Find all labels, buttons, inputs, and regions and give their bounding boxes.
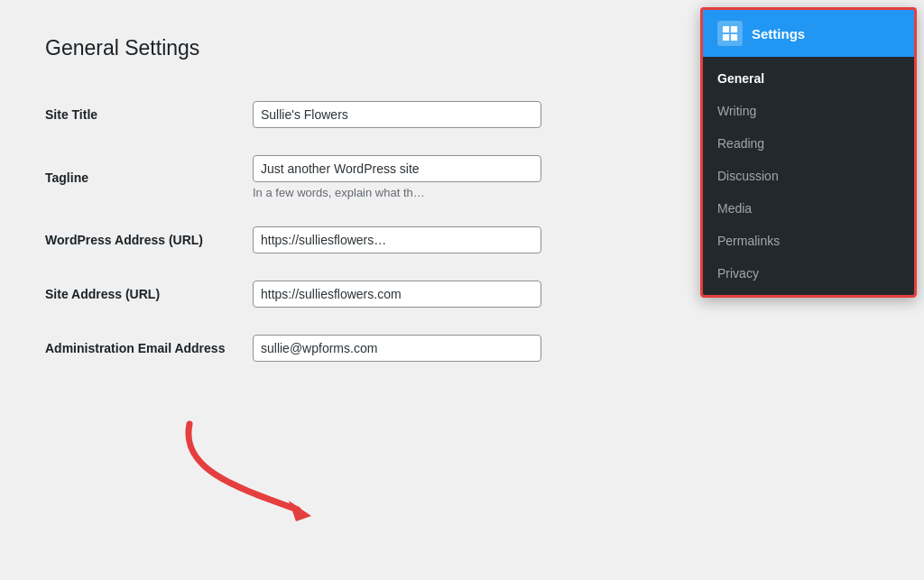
svg-rect-0 bbox=[723, 26, 729, 32]
svg-rect-1 bbox=[731, 26, 737, 32]
field-input-0[interactable] bbox=[253, 101, 541, 128]
field-description: In a few words, explain what th… bbox=[253, 186, 650, 199]
dropdown-item-general[interactable]: General bbox=[703, 62, 914, 95]
svg-rect-2 bbox=[723, 34, 729, 41]
dropdown-item-media[interactable]: Media bbox=[703, 192, 914, 225]
settings-form: Site TitleTaglineIn a few words, explain… bbox=[45, 87, 659, 375]
dropdown-body: GeneralWritingReadingDiscussionMediaPerm… bbox=[703, 57, 914, 295]
field-cell bbox=[244, 321, 659, 375]
field-label: WordPress Address (URL) bbox=[45, 213, 244, 267]
field-label: Site Address (URL) bbox=[45, 267, 244, 321]
page-title: General Settings bbox=[45, 36, 659, 60]
field-input-3[interactable] bbox=[253, 281, 541, 308]
field-input-2[interactable] bbox=[253, 226, 541, 253]
field-label: Site Title bbox=[45, 87, 244, 142]
dropdown-item-permalinks[interactable]: Permalinks bbox=[703, 225, 914, 257]
settings-dropdown: Settings GeneralWritingReadingDiscussion… bbox=[700, 7, 917, 298]
dropdown-header-title: Settings bbox=[752, 26, 805, 41]
dropdown-item-discussion[interactable]: Discussion bbox=[703, 160, 914, 192]
field-cell bbox=[244, 87, 659, 142]
field-input-4[interactable] bbox=[253, 335, 541, 362]
arrow-annotation bbox=[162, 415, 361, 526]
field-cell: In a few words, explain what th… bbox=[244, 142, 659, 213]
main-content: General Settings Site TitleTaglineIn a f… bbox=[0, 0, 704, 411]
field-cell bbox=[244, 267, 659, 321]
dropdown-item-privacy[interactable]: Privacy bbox=[703, 257, 914, 290]
settings-icon bbox=[717, 21, 743, 46]
form-row: Administration Email Address bbox=[45, 321, 659, 375]
svg-marker-4 bbox=[289, 501, 311, 521]
svg-rect-3 bbox=[731, 34, 737, 41]
form-row: TaglineIn a few words, explain what th… bbox=[45, 142, 659, 213]
dropdown-header: Settings bbox=[703, 10, 914, 57]
form-row: WordPress Address (URL) bbox=[45, 213, 659, 267]
field-label: Tagline bbox=[45, 142, 244, 213]
dropdown-item-writing[interactable]: Writing bbox=[703, 95, 914, 127]
form-row: Site Title bbox=[45, 87, 659, 142]
field-label: Administration Email Address bbox=[45, 321, 244, 375]
field-cell bbox=[244, 213, 659, 267]
field-input-1[interactable] bbox=[253, 155, 541, 182]
form-row: Site Address (URL) bbox=[45, 267, 659, 321]
dropdown-item-reading[interactable]: Reading bbox=[703, 127, 914, 160]
